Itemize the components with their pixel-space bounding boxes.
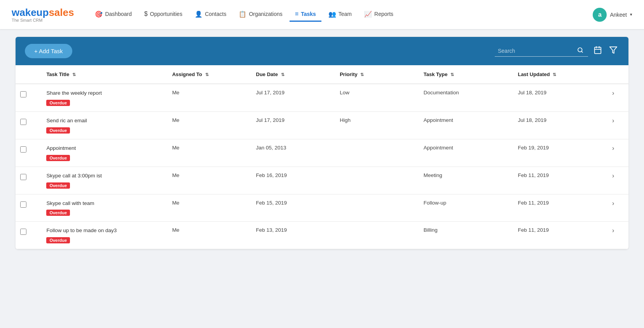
cell-check-0 [16,84,42,111]
cell-priority-0: Low [335,84,419,111]
task-title-text-2: Appointment [46,145,162,152]
cell-updated-4: Feb 11, 2019 [513,194,607,222]
nav-item-reports[interactable]: 📈 Reports [359,7,399,22]
cell-priority-4 [335,194,419,222]
cell-check-2 [16,139,42,167]
cell-priority-1: High [335,111,419,139]
task-checkbox-5[interactable] [20,229,26,235]
cell-priority-2 [335,139,419,167]
cell-action-5: › [607,222,628,249]
cell-updated-2: Feb 19, 2019 [513,139,607,167]
logo: wakeupsales The Smart CRM [12,7,74,23]
nav-item-team[interactable]: 👥 Team [323,7,357,22]
cell-assigned-3: Me [168,167,251,194]
user-name: Ankeet [610,12,627,18]
logo-sales: sales [49,7,74,18]
col-header-priority[interactable]: Priority ⇅ [335,65,419,84]
nav-label-opportunities: Opportunities [150,11,182,17]
calendar-button[interactable] [592,44,604,58]
avatar: a [593,8,607,22]
nav-item-contacts[interactable]: 👤 Contacts [189,7,232,22]
table-row: Skype call at 3:00pm ist Overdue Me Feb … [16,167,628,194]
cell-title-4: Skype call with team Overdue [42,194,167,222]
overdue-badge-3: Overdue [46,182,70,189]
col-header-type[interactable]: Task Type ⇅ [419,65,513,84]
cell-assigned-2: Me [168,139,251,167]
task-checkbox-3[interactable] [20,174,26,180]
row-action-chevron-5[interactable]: › [612,227,614,234]
sort-icon-type: ⇅ [450,72,454,77]
nav-item-opportunities[interactable]: $ Opportunities [139,7,188,22]
main-content: + Add Task [0,29,644,257]
reports-icon: 📈 [364,10,372,18]
search-icon [577,47,583,53]
table-row: Skype call with team Overdue Me Feb 15, … [16,194,628,222]
row-action-chevron-2[interactable]: › [612,145,614,151]
table-header: Task Title ⇅ Assigned To ⇅ Due Date ⇅ [16,65,628,84]
row-action-chevron-0[interactable]: › [612,90,614,96]
nav-label-organizations: Organizations [249,11,282,17]
dashboard-icon: 🎯 [95,10,103,18]
col-header-action [607,65,628,84]
cell-title-1: Send ric an email Overdue [42,111,167,139]
task-checkbox-1[interactable] [20,119,26,125]
overdue-badge-0: Overdue [46,100,70,106]
cell-type-4: Follow-up [419,194,513,222]
task-checkbox-4[interactable] [20,201,26,208]
cell-due-0: Jul 17, 2019 [251,84,335,111]
cell-updated-3: Feb 11, 2019 [513,167,607,194]
cell-due-1: Jul 17, 2019 [251,111,335,139]
search-button[interactable] [576,47,585,55]
table-row: Send ric an email Overdue Me Jul 17, 201… [16,111,628,139]
table-row: Appointment Overdue Me Jan 05, 2013 Appo… [16,139,628,167]
cell-title-0: Share the weekly report Overdue [42,84,167,111]
filter-icon [609,46,618,54]
add-task-button[interactable]: + Add Task [25,44,72,58]
cell-title-5: Follow up to be made on day3 Overdue [42,222,167,249]
nav-label-team: Team [339,11,352,17]
nav-item-tasks[interactable]: ≡ Tasks [290,7,321,22]
search-input[interactable] [498,48,576,54]
task-toolbar: + Add Task [16,37,628,65]
cell-assigned-0: Me [168,84,251,111]
nav-item-organizations[interactable]: 📋 Organizations [233,7,288,22]
cell-check-3 [16,167,42,194]
cell-check-1 [16,111,42,139]
user-menu-chevron: ▾ [630,12,632,17]
col-header-title[interactable]: Task Title ⇅ [42,65,167,84]
logo-wake: wake [12,7,37,18]
sort-icon-due: ⇅ [281,72,284,77]
row-action-chevron-1[interactable]: › [612,117,614,124]
cell-priority-3 [335,167,419,194]
cell-due-4: Feb 15, 2019 [251,194,335,222]
cell-action-0: › [607,84,628,111]
nav-item-dashboard[interactable]: 🎯 Dashboard [89,7,137,22]
task-table: Task Title ⇅ Assigned To ⇅ Due Date ⇅ [16,65,628,249]
row-action-chevron-4[interactable]: › [612,200,614,207]
sort-icon-assigned: ⇅ [205,72,209,77]
cell-updated-1: Jul 18, 2019 [513,111,607,139]
cell-title-3: Skype call at 3:00pm ist Overdue [42,167,167,194]
col-header-assigned[interactable]: Assigned To ⇅ [168,65,251,84]
user-area[interactable]: a Ankeet ▾ [593,8,632,22]
sort-icon-title: ⇅ [72,72,76,77]
organizations-icon: 📋 [239,10,246,18]
col-header-due[interactable]: Due Date ⇅ [251,65,335,84]
cell-assigned-1: Me [168,111,251,139]
sort-icon-priority: ⇅ [360,72,364,77]
cell-action-3: › [607,167,628,194]
cell-type-0: Documentation [419,84,513,111]
row-action-chevron-3[interactable]: › [612,172,614,179]
task-checkbox-0[interactable] [20,91,26,97]
svg-rect-2 [595,47,601,54]
logo-tagline: The Smart CRM [12,18,74,23]
overdue-badge-2: Overdue [46,155,70,161]
task-checkbox-2[interactable] [20,146,26,153]
task-title-text-0: Share the weekly report [46,90,162,97]
nav-label-dashboard: Dashboard [105,11,132,17]
cell-title-2: Appointment Overdue [42,139,167,167]
filter-button[interactable] [607,44,619,58]
nav-label-tasks: Tasks [301,11,316,17]
col-header-updated[interactable]: Last Updated ⇅ [513,65,607,84]
cell-due-5: Feb 13, 2019 [251,222,335,249]
